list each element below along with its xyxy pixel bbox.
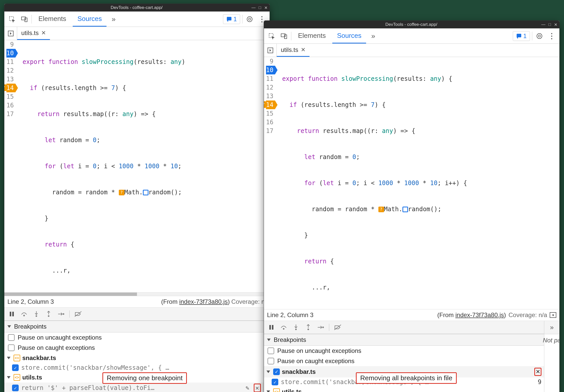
issues-badge[interactable]: 1	[513, 31, 530, 41]
step-into-icon[interactable]	[33, 310, 40, 318]
chevron-down-icon	[267, 390, 270, 392]
tab-sources[interactable]: Sources	[73, 12, 106, 27]
step-out-icon[interactable]	[45, 310, 52, 318]
source-code[interactable]: export function slowProcessing(results: …	[278, 57, 467, 309]
titlebar: DevTools - coffee-cart.app/ — □ ✕	[264, 21, 559, 28]
device-icon[interactable]	[279, 31, 289, 41]
inspect-icon[interactable]	[267, 31, 277, 41]
tab-elements[interactable]: Elements	[34, 12, 71, 27]
show-navigator-icon[interactable]	[4, 27, 17, 40]
svg-rect-8	[12, 312, 14, 316]
bp-checkbox[interactable]: ✓	[272, 379, 278, 385]
close-window-icon[interactable]: ✕	[554, 22, 557, 27]
cursor-position: Line 2, Column 3	[7, 298, 54, 305]
show-navigator-icon[interactable]	[264, 44, 277, 57]
issues-badge[interactable]: 1	[223, 14, 240, 24]
bp-group-snackbar[interactable]: <> snackbar.ts	[4, 353, 270, 363]
bp-item-hover[interactable]: ✓ return '$' + parseFloat(value).toFi… ✎…	[4, 383, 270, 392]
edit-icon[interactable]: ✎	[244, 384, 251, 391]
more-tabs-icon[interactable]: »	[109, 14, 119, 24]
checkbox-caught[interactable]	[8, 344, 15, 351]
cursor-position: Line 2, Column 3	[267, 311, 313, 319]
bp-group-checkbox[interactable]: ✓	[273, 368, 280, 375]
svg-point-9	[24, 315, 25, 316]
remove-all-bp-icon[interactable]: ✕	[534, 368, 541, 376]
svg-rect-21	[272, 325, 273, 330]
svg-point-11	[48, 316, 49, 317]
svg-rect-3	[227, 17, 231, 20]
checkbox-uncaught[interactable]	[268, 348, 274, 354]
bp-group-utils[interactable]: <> utils.ts	[264, 387, 544, 392]
horizontal-scrollbar[interactable]	[4, 292, 270, 296]
deactivate-breakpoints-icon[interactable]	[334, 323, 342, 331]
sourcemap-link[interactable]: index-73f73a80.js	[179, 298, 228, 305]
close-icon[interactable]: ✕	[41, 30, 46, 36]
bp-checkbox[interactable]: ✓	[12, 385, 19, 391]
maximize-icon[interactable]: □	[259, 5, 261, 10]
svg-point-25	[323, 327, 324, 328]
filetab-label: utils.ts	[21, 29, 39, 37]
tab-elements[interactable]: Elements	[293, 28, 330, 43]
gear-icon[interactable]	[244, 14, 255, 24]
remove-bp-icon[interactable]: ✕	[254, 384, 261, 392]
file-icon: <>	[14, 355, 20, 361]
filetab-utils[interactable]: utils.ts ✕	[17, 27, 50, 40]
tab-sources[interactable]: Sources	[332, 28, 366, 43]
step-over-icon[interactable]	[280, 323, 288, 331]
svg-rect-20	[269, 325, 271, 330]
chevron-down-icon	[267, 339, 271, 341]
source-code[interactable]: export function slowProcessing(results: …	[18, 40, 185, 292]
svg-point-17	[538, 35, 540, 37]
svg-rect-16	[517, 34, 521, 37]
pause-icon[interactable]	[268, 323, 275, 331]
coverage-status: Coverage: n/a	[508, 311, 547, 319]
window-title: DevTools - coffee-cart.app/	[281, 22, 541, 27]
svg-point-10	[36, 316, 37, 317]
svg-point-5	[247, 17, 252, 22]
bp-checkbox[interactable]: ✓	[12, 364, 19, 371]
filetab-utils[interactable]: utils.ts ✕	[277, 44, 310, 57]
minimize-icon[interactable]: —	[251, 5, 256, 10]
sourcemap-link[interactable]: index-73f73a80.js	[455, 311, 504, 318]
breakpoints-section[interactable]: Breakpoints	[4, 321, 270, 332]
kebab-icon[interactable]: ⋮	[547, 31, 557, 41]
step-into-icon[interactable]	[292, 323, 300, 331]
svg-point-12	[63, 313, 64, 315]
step-out-icon[interactable]	[304, 323, 312, 331]
pause-caught-row[interactable]: Pause on caught exceptions	[4, 343, 270, 353]
gear-icon[interactable]	[534, 31, 545, 41]
chevron-down-icon	[267, 371, 270, 373]
caption-left: Removing one breakpoint	[102, 372, 187, 384]
line-gutter[interactable]: 9 10 11 12 13 ?14 15 16 17	[4, 40, 18, 292]
pause-uncaught-row[interactable]: Pause on uncaught exceptions	[4, 332, 270, 343]
inspect-icon[interactable]	[7, 14, 17, 24]
coverage-details-icon[interactable]: ▾	[550, 312, 556, 318]
breakpoints-section[interactable]: Breakpoints	[264, 334, 544, 346]
checkbox-caught[interactable]	[268, 358, 274, 364]
pause-caught-row[interactable]: Pause on caught exceptions	[264, 356, 544, 366]
close-window-icon[interactable]: ✕	[264, 5, 268, 10]
maximize-icon[interactable]: □	[548, 22, 551, 27]
device-icon[interactable]	[19, 14, 29, 24]
step-icon[interactable]	[317, 323, 324, 331]
line-gutter[interactable]: 9 10 11 12 13 ?14 15 16 17	[264, 57, 278, 309]
step-over-icon[interactable]	[20, 310, 28, 318]
checkbox-uncaught[interactable]	[8, 334, 15, 341]
svg-rect-7	[10, 312, 11, 316]
minimize-icon[interactable]: —	[541, 22, 545, 27]
svg-point-23	[295, 329, 296, 330]
pause-icon[interactable]	[8, 310, 16, 318]
pause-uncaught-row[interactable]: Pause on uncaught exceptions	[264, 346, 544, 356]
chevron-down-icon	[7, 357, 10, 359]
filetab-label: utils.ts	[281, 46, 298, 53]
svg-point-24	[308, 329, 309, 330]
file-icon: <>	[14, 374, 20, 381]
coverage-status: Coverage: n/	[231, 298, 267, 305]
step-icon[interactable]	[57, 310, 65, 318]
more-panels-icon[interactable]: »	[544, 321, 559, 334]
bp-item[interactable]: ✓ store.commit('snackbar/showMessage', {…	[4, 363, 270, 372]
close-icon[interactable]: ✕	[301, 47, 305, 53]
deactivate-breakpoints-icon[interactable]	[74, 310, 82, 318]
svg-point-4	[249, 18, 251, 20]
more-tabs-icon[interactable]: »	[368, 31, 378, 41]
